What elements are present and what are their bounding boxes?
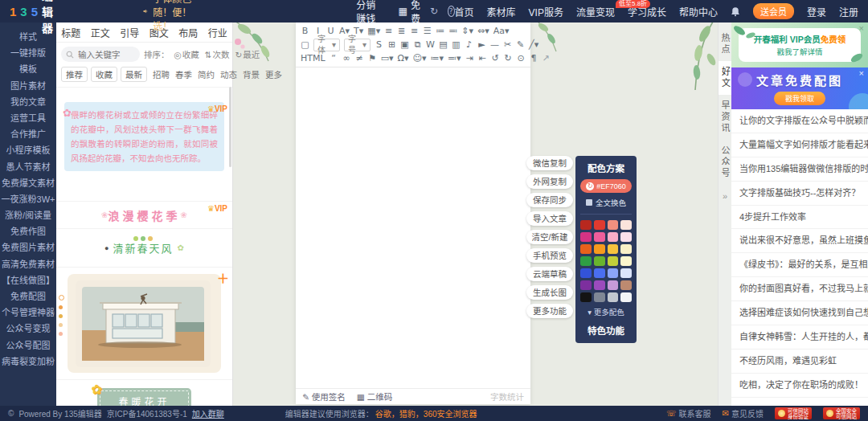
color-swatch[interactable] <box>620 268 632 278</box>
color-swatch[interactable] <box>620 244 632 254</box>
article-list-item[interactable]: 让你的文字排版在公众号中脱颖而出 <box>731 109 868 133</box>
outdent[interactable]: ≕ <box>448 26 457 36</box>
fullscreen-icon[interactable]: ↗ <box>542 53 550 63</box>
color-swatch[interactable] <box>620 256 632 266</box>
sidebar-item[interactable]: 免费作图 <box>0 223 56 239</box>
tab-official-account[interactable]: 公众号 <box>719 140 731 185</box>
sidebar-item[interactable]: 一夜涨粉3W+ <box>0 191 56 207</box>
color-swatch[interactable] <box>608 268 619 278</box>
sidebar-item[interactable]: 病毒裂变加粉 <box>0 354 56 370</box>
nav-item[interactable]: VIP服务 <box>529 5 563 18</box>
filter-tag[interactable]: 春季 <box>174 68 193 80</box>
text-case[interactable]: Aa▾ <box>493 26 510 36</box>
insert-card[interactable]: ⧉ <box>413 39 422 50</box>
article-list-item[interactable]: 选择困难症该如何快速找到自己想要的… <box>731 301 868 325</box>
color-swatch[interactable] <box>620 220 632 230</box>
color-swatch[interactable] <box>594 220 605 230</box>
color-swatch[interactable] <box>608 244 619 254</box>
announcement[interactable]: 字体颜色随！便！选！ <box>143 0 203 32</box>
template-card-cherry-text[interactable]: ♛VIP ✿❀ 偎畔的樱花树或立或倾的立在纷繁细碎的花瓣中，风划过枝头带下一群飞… <box>56 102 232 202</box>
clear-format[interactable]: ╱▾ <box>529 39 538 50</box>
add-template-button[interactable]: ＋ <box>217 269 229 286</box>
quick-action-button[interactable]: 外网复制 <box>526 174 573 189</box>
color-swatch[interactable] <box>608 232 619 242</box>
claim-button[interactable]: 戳我领取 <box>774 92 825 105</box>
filter-tag[interactable]: 招聘 <box>152 68 170 80</box>
article-list-item[interactable]: 4步提升工作效率 <box>731 206 868 230</box>
sidebar-item[interactable]: 免费配图 <box>0 288 56 305</box>
filter-chip[interactable]: 收藏 <box>91 67 117 82</box>
register-link[interactable]: 注册 <box>839 5 858 18</box>
strikethrough[interactable]: S <box>375 39 383 50</box>
indent-more[interactable]: ⇥ <box>465 53 474 63</box>
color-swatch[interactable] <box>580 292 592 302</box>
insert-anchor[interactable]: ⚑ <box>368 53 377 63</box>
nav-item[interactable]: 首页 <box>455 5 474 18</box>
quick-action-button[interactable]: 手机预览 <box>526 248 573 263</box>
indent-less[interactable]: ⇤ <box>478 53 487 63</box>
color-swatch[interactable] <box>594 232 605 242</box>
give-vip-button[interactable]: 送会员 <box>753 3 794 19</box>
underline[interactable]: U <box>326 26 335 36</box>
filter-tag[interactable]: 简约 <box>197 68 215 80</box>
sidebar-item[interactable]: 图片素材 <box>0 78 56 94</box>
insert-link[interactable]: ∞ <box>342 53 351 63</box>
indent[interactable]: ≔ <box>436 26 444 36</box>
join-group-link[interactable]: 加入群聊 <box>192 407 224 419</box>
sort-option[interactable]: ◎收藏 <box>174 48 199 60</box>
use-signature-button[interactable]: ✎使用签名 <box>302 390 346 403</box>
font-family-select[interactable]: 字体▾ <box>313 39 340 51</box>
color-swatch[interactable] <box>620 280 632 290</box>
align-justify[interactable]: ☰ <box>423 26 432 36</box>
quick-action-button[interactable]: 生成长图 <box>526 285 573 300</box>
article-list-item[interactable]: 当你用135编辑器做微信排版的时候，发… <box>731 157 868 182</box>
sort-option[interactable]: ↻最近 <box>235 48 260 60</box>
sidebar-item[interactable]: 运营工具 <box>0 110 56 126</box>
national-security-seal[interactable]: 全国安全可信网站 <box>823 407 860 419</box>
close-icon[interactable]: × <box>859 68 864 78</box>
sidebar-item[interactable]: 合作推广 <box>0 126 56 142</box>
quick-action-button[interactable]: 微信复制 <box>526 156 573 170</box>
format-brush[interactable]: ✎ <box>516 39 525 50</box>
tab-good-articles[interactable]: 好文 <box>719 61 732 95</box>
filter-chip[interactable]: 推荐 <box>61 67 88 82</box>
feedback-link[interactable]: ✉意见反馈 <box>723 407 764 419</box>
free-images-banner[interactable]: 文章免费配图 戳我领取 × <box>731 67 868 109</box>
align-center[interactable]: ≣ <box>397 26 406 36</box>
article-list-item[interactable]: 不经历风雨，难遇见彩虹 <box>731 349 868 374</box>
logo[interactable]: 135 编辑器 <box>10 0 55 35</box>
article-list-item[interactable]: 你的封面图真好看，不过我马上就要偷… <box>731 277 868 301</box>
sidebar-item[interactable]: 一键排版 <box>0 45 56 61</box>
template-card-spring-button[interactable]: ✿ 春暖花开 <box>56 380 232 406</box>
refresh-icon[interactable]: ↻ <box>430 6 438 17</box>
eraser[interactable]: ✂ <box>503 39 512 50</box>
promo-link[interactable]: 分销赚钱 <box>356 0 377 25</box>
template-card-spring-title[interactable]: ● 清新春天风 ✿ <box>56 229 232 268</box>
color-swatch[interactable] <box>608 256 619 266</box>
sidebar-item[interactable]: 小程序模板 <box>0 142 56 158</box>
quick-action-button[interactable]: 清空/新建 <box>526 230 573 244</box>
import-word[interactable]: W <box>426 39 435 50</box>
current-color-button[interactable]: ↻ #EF7060 <box>580 179 632 193</box>
color-swatch[interactable] <box>580 220 592 230</box>
template-card-image[interactable]: ＋ <box>56 268 232 380</box>
sidebar-item[interactable]: 公众号变现 <box>0 321 56 337</box>
sidebar-item[interactable]: 【在线做图】 <box>0 272 56 288</box>
font-size-select[interactable]: 字号▾ <box>344 39 371 51</box>
sidebar-item[interactable]: 涨粉/阅读量 <box>0 207 56 223</box>
search-box[interactable] <box>61 47 140 62</box>
align-right[interactable]: ≡ <box>410 26 419 36</box>
insert-gallery[interactable]: ▤ <box>439 39 448 50</box>
color-swatch[interactable] <box>608 220 619 230</box>
editor-content-area[interactable] <box>296 67 530 388</box>
template-block[interactable]: ▭▾ <box>381 53 394 63</box>
insert-video[interactable]: ► <box>477 39 486 50</box>
filter-tag[interactable]: 背景 <box>242 68 260 80</box>
find-replace[interactable]: ⊙ <box>517 53 526 63</box>
contact-support-link[interactable]: ☏联系客服 <box>666 407 711 419</box>
unordered-list[interactable]: ≕▾ <box>448 53 461 63</box>
color-swatch[interactable] <box>594 256 605 266</box>
color-swatch[interactable] <box>580 280 592 290</box>
panel-scrollbar[interactable] <box>229 87 231 167</box>
tab-hot[interactable]: 热点 <box>719 27 731 61</box>
